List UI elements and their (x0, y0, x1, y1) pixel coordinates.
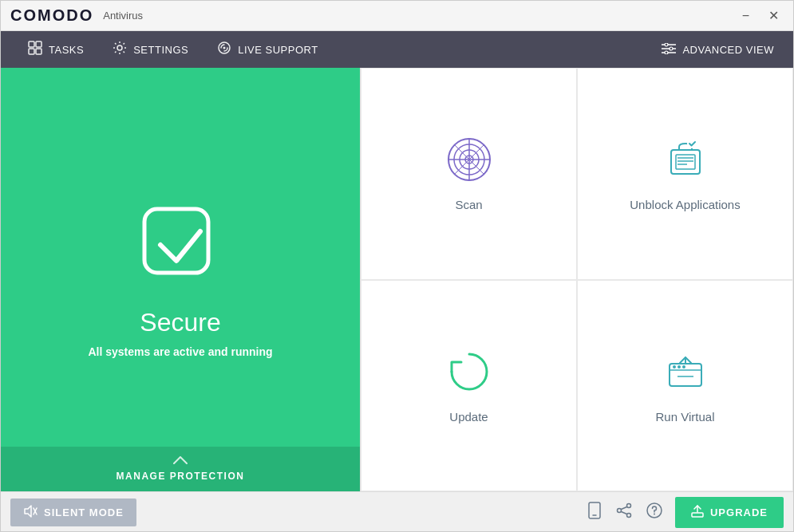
unblock-icon (662, 136, 709, 187)
main-content: Secure All systems are active and runnin… (1, 68, 793, 491)
svg-line-42 (621, 507, 626, 510)
upgrade-label: UPGRADE (710, 506, 768, 518)
svg-rect-1 (36, 41, 41, 47)
right-panel: Scan Unblock Applications (360, 68, 793, 491)
close-button[interactable]: ✕ (764, 6, 784, 25)
live-support-label: LIVE SUPPORT (238, 44, 318, 56)
tasks-icon (28, 41, 42, 58)
app-subtitle: Antivirus (103, 10, 143, 22)
manage-protection-bar[interactable]: MANAGE PROTECTION (1, 447, 360, 491)
svg-line-43 (621, 512, 626, 514)
mobile-icon[interactable] (587, 502, 602, 523)
manage-protection-label: MANAGE PROTECTION (117, 471, 245, 482)
top-nav: TASKS SETTINGS LIVE SUPPORT (1, 31, 793, 68)
left-panel: Secure All systems are active and runnin… (1, 68, 360, 491)
svg-point-27 (687, 139, 697, 148)
svg-point-41 (626, 514, 630, 518)
secure-subtitle: All systems are active and running (88, 345, 272, 358)
svg-point-4 (117, 45, 122, 50)
help-icon[interactable] (646, 502, 662, 522)
run-virtual-icon (662, 348, 709, 399)
advanced-view-icon (662, 43, 676, 57)
svg-point-12 (665, 51, 668, 54)
upgrade-icon (691, 505, 704, 520)
svg-rect-3 (36, 49, 41, 54)
svg-point-40 (617, 509, 621, 513)
svg-rect-2 (29, 49, 34, 54)
chevron-up-icon (172, 455, 188, 467)
tasks-label: TASKS (49, 44, 84, 56)
svg-point-10 (665, 43, 668, 46)
settings-icon (113, 41, 127, 58)
advanced-view-label: ADVANCED VIEW (682, 44, 774, 56)
scan-label: Scan (455, 198, 482, 211)
title-bar: COMODO Antivirus − ✕ (1, 1, 793, 31)
secure-title: Secure (140, 308, 220, 337)
svg-point-30 (673, 365, 676, 368)
advanced-view-button[interactable]: ADVANCED VIEW (655, 43, 780, 57)
title-controls: − ✕ (737, 6, 784, 25)
svg-point-11 (670, 47, 673, 50)
svg-point-39 (626, 504, 630, 508)
svg-point-32 (682, 365, 685, 368)
scan-icon (445, 136, 493, 187)
unblock-applications-button[interactable]: Unblock Applications (577, 68, 793, 280)
secure-checkmark-icon (136, 201, 224, 292)
scan-button[interactable]: Scan (361, 68, 577, 280)
update-button[interactable]: Update (361, 280, 577, 492)
comodo-logo: COMODO (10, 6, 93, 25)
svg-point-6 (223, 47, 226, 49)
minimize-button[interactable]: − (737, 7, 754, 25)
bottom-bar: SILENT MODE (1, 491, 793, 532)
update-label: Update (449, 410, 488, 424)
run-virtual-button[interactable]: Run Virtual (577, 280, 793, 492)
title-bar-left: COMODO Antivirus (10, 6, 143, 25)
bottom-icons (587, 502, 662, 523)
svg-rect-0 (29, 41, 34, 47)
svg-rect-46 (692, 513, 703, 517)
update-icon (445, 348, 493, 399)
unblock-label: Unblock Applications (630, 198, 740, 211)
svg-point-45 (654, 514, 655, 515)
upgrade-button[interactable]: UPGRADE (675, 497, 784, 528)
silent-mode-icon (23, 505, 38, 520)
share-icon[interactable] (616, 502, 632, 522)
run-virtual-label: Run Virtual (656, 410, 715, 424)
svg-point-31 (677, 365, 681, 368)
silent-mode-label: SILENT MODE (44, 506, 124, 518)
svg-rect-37 (589, 502, 600, 518)
silent-mode-button[interactable]: SILENT MODE (10, 499, 136, 526)
settings-label: SETTINGS (133, 44, 188, 56)
nav-tasks[interactable]: TASKS (14, 31, 98, 68)
nav-live-support[interactable]: LIVE SUPPORT (203, 31, 332, 68)
live-support-icon (217, 41, 231, 58)
nav-settings[interactable]: SETTINGS (98, 31, 203, 68)
svg-rect-23 (676, 155, 695, 169)
